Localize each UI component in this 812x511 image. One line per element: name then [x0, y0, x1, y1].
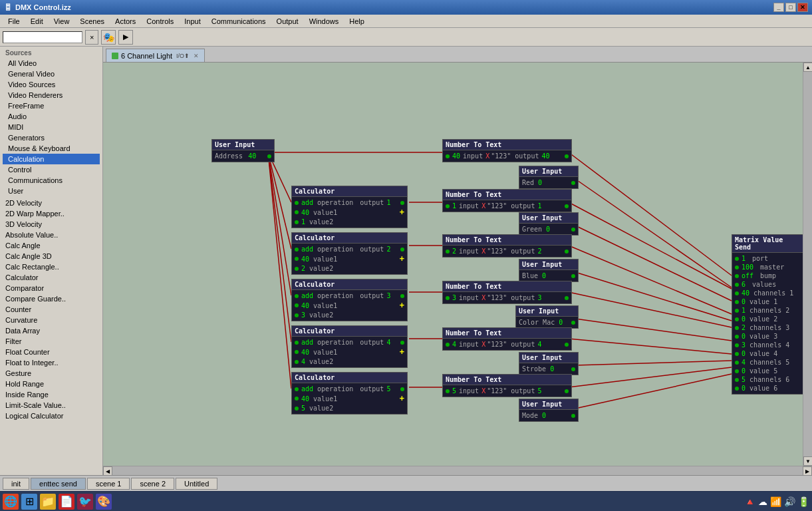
port-out-red[interactable]: [571, 181, 575, 185]
node-ntt-6[interactable]: Number To Text 5 input X "123" output 5: [442, 374, 572, 397]
port-in-ntt3[interactable]: [446, 250, 450, 254]
menu-windows[interactable]: Windows: [304, 16, 344, 27]
taskbar-apps-icon[interactable]: ⊞: [21, 494, 37, 510]
node-user-input-blue[interactable]: User Input Blue 0: [519, 259, 579, 282]
sidebar-calc-limit-scale[interactable]: Limit-Scale Value..: [0, 400, 102, 411]
sidebar-calc-filter[interactable]: Filter: [0, 336, 102, 347]
scene-tab-scene2[interactable]: scene 2: [131, 478, 174, 490]
port-out-calc2[interactable]: [400, 248, 404, 252]
port-in-calc3-v1[interactable]: [295, 303, 299, 307]
port-in-ntt2[interactable]: [446, 204, 450, 208]
port-out-mode[interactable]: [571, 414, 575, 418]
sidebar-calc-inside-range[interactable]: Inside Range: [0, 389, 102, 400]
actor-icon-button[interactable]: 🎭: [101, 30, 116, 45]
port-in-calc4-v2[interactable]: [295, 360, 299, 364]
sidebar-item-freeframe[interactable]: FreeFrame: [3, 100, 100, 111]
sidebar-calc-counter[interactable]: Counter: [0, 304, 102, 315]
scene-tab-init[interactable]: init: [3, 478, 29, 490]
sidebar-item-communications[interactable]: Communications: [3, 175, 100, 186]
taskbar-files-icon[interactable]: 📁: [40, 494, 56, 510]
sidebar-item-general-video[interactable]: General Video: [3, 69, 100, 79]
maximize-button[interactable]: □: [785, 3, 796, 12]
port-in-mvs-ch4[interactable]: [735, 343, 739, 347]
port-in-calc5-v2[interactable]: [295, 407, 299, 411]
node-calc-5[interactable]: Calculator add operation output 5 4: [291, 372, 408, 415]
port-out-calc1[interactable]: [400, 201, 404, 205]
scroll-up-button[interactable]: ▲: [803, 63, 812, 72]
scene-tab-untitled[interactable]: Untitled: [176, 478, 217, 490]
sidebar-calc-float-counter[interactable]: Float Counter: [0, 347, 102, 357]
port-in-calc5-v1[interactable]: [295, 397, 299, 401]
port-in-mvs-v6[interactable]: [735, 387, 739, 391]
sidebar-calc-comparator[interactable]: Comparator: [0, 283, 102, 293]
menu-actors[interactable]: Actors: [110, 16, 141, 27]
port-in-ntt5[interactable]: [446, 343, 450, 347]
port-in-calc5-op[interactable]: [295, 387, 299, 391]
bottom-scrollbar[interactable]: ◀ ▶: [103, 466, 812, 475]
node-calc-4[interactable]: Calculator add operation output 4 4: [291, 325, 408, 368]
port-in-mvs-v1[interactable]: [735, 300, 739, 304]
port-in-mvs-ch3[interactable]: [735, 326, 739, 330]
scene-tab-enttec[interactable]: enttec send: [31, 478, 86, 490]
sidebar-calc-2d-velocity[interactable]: 2D Velocity: [0, 198, 102, 208]
search-input[interactable]: [3, 31, 82, 43]
sidebar-item-midi[interactable]: MIDI: [3, 122, 100, 132]
sidebar-item-video-renderers[interactable]: Video Renderers: [3, 90, 100, 100]
node-ntt-3[interactable]: Number To Text 2 input X "123" output 2: [442, 234, 572, 257]
node-user-input-mode[interactable]: User Input Mode 0: [519, 399, 579, 422]
port-in-calc4-op[interactable]: [295, 341, 299, 345]
sidebar-calc-gesture[interactable]: Gesture: [0, 368, 102, 379]
sidebar-calc-3d-velocity[interactable]: 3D Velocity: [0, 219, 102, 230]
menu-output[interactable]: Output: [271, 16, 304, 27]
sidebar-item-all-video[interactable]: All Video: [3, 58, 100, 69]
sidebar-calc-data-array[interactable]: Data Array: [0, 325, 102, 336]
menu-edit[interactable]: Edit: [25, 16, 49, 27]
menu-scenes[interactable]: Scenes: [74, 16, 110, 27]
port-out-blue[interactable]: [571, 274, 575, 278]
sidebar-calc-angle-3d[interactable]: Calc Angle 3D: [0, 251, 102, 261]
sidebar-calc-compare-guarded[interactable]: Compare Guarde..: [0, 293, 102, 304]
node-calc-3[interactable]: Calculator add operation output 3 4: [291, 279, 408, 321]
port-out-green[interactable]: [571, 228, 575, 232]
scroll-left-button[interactable]: ◀: [103, 466, 112, 475]
port-in-mvs-v4[interactable]: [735, 352, 739, 356]
port-in-calc2-op[interactable]: [295, 248, 299, 252]
scene-tab-scene1[interactable]: scene 1: [87, 478, 130, 490]
canvas-tab-6channel[interactable]: 6 Channel Light I/O⬆ ✕: [106, 49, 205, 62]
port-in-mvs-port[interactable]: [735, 257, 739, 261]
port-in-ntt6[interactable]: [446, 389, 450, 393]
port-out-calc4[interactable]: [400, 341, 404, 345]
sidebar-item-generators[interactable]: Generators: [3, 132, 100, 143]
port-in-calc3-v2[interactable]: [295, 313, 299, 317]
port-in-mvs-ch6[interactable]: [735, 378, 739, 382]
minimize-button[interactable]: _: [773, 3, 784, 12]
menu-file[interactable]: File: [3, 16, 25, 27]
sidebar-item-user[interactable]: User: [3, 186, 100, 196]
sidebar-calc-logical-calculator[interactable]: Logical Calculator: [0, 411, 102, 421]
sidebar-item-video-sources[interactable]: Video Sources: [3, 79, 100, 90]
port-in-calc1-v1[interactable]: [295, 210, 299, 214]
port-in-mvs-v5[interactable]: [735, 369, 739, 373]
taskbar-pdf-icon[interactable]: 📄: [59, 494, 74, 510]
tab-close-button[interactable]: ✕: [194, 53, 199, 59]
taskbar-chrome-icon[interactable]: 🌐: [3, 494, 19, 510]
port-in-mvs-ch5[interactable]: [735, 361, 739, 365]
node-user-input-green[interactable]: User Input Green 0: [519, 212, 579, 236]
port-out-calc5[interactable]: [400, 387, 404, 391]
port-in-mvs-values[interactable]: [735, 283, 739, 287]
port-in-calc3-op[interactable]: [295, 294, 299, 298]
port-in-mvs-master[interactable]: [735, 265, 739, 269]
sidebar-calc-curvature[interactable]: Curvature: [0, 315, 102, 325]
sidebar-item-control[interactable]: Control: [3, 164, 100, 175]
sidebar-calc-angle[interactable]: Calc Angle: [0, 240, 102, 251]
node-calc-1[interactable]: Calculator add operation output 1 4: [291, 186, 408, 228]
scroll-down-button[interactable]: ▼: [803, 456, 812, 466]
taskbar-paint-icon[interactable]: 🎨: [96, 494, 112, 510]
port-out-ntt4[interactable]: [565, 296, 569, 300]
node-matrix-value-send[interactable]: Matrix Value Send 1 port 100 master: [732, 234, 803, 395]
node-user-input-red[interactable]: User Input Red 0: [519, 166, 579, 189]
sidebar-item-mouse-keyboard[interactable]: Mouse & Keyboard: [3, 143, 100, 154]
clear-button[interactable]: ×: [85, 30, 98, 45]
node-calc-2[interactable]: Calculator add operation output 2 4: [291, 232, 408, 275]
port-in-calc1-v2[interactable]: [295, 220, 299, 224]
